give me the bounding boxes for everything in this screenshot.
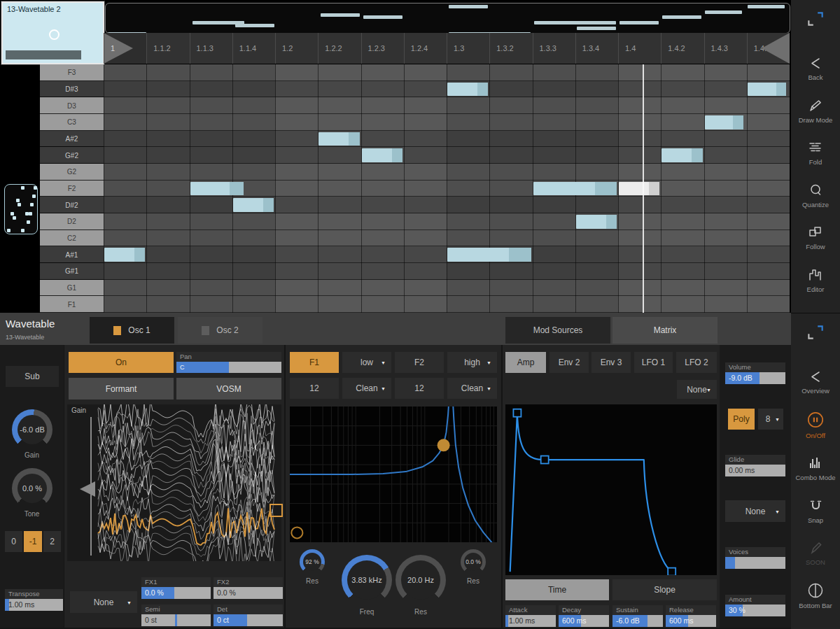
sidebar-item-combo-mode[interactable]: Combo Mode	[795, 454, 835, 481]
grid-row-A#2[interactable]	[104, 131, 790, 148]
sidebar-item-fold[interactable]: Fold	[806, 139, 825, 166]
amount-param[interactable]: Amount 30 %	[725, 595, 785, 616]
tab-env2[interactable]: Env 2	[550, 352, 589, 373]
env-mod-dropdown[interactable]: None ▼	[677, 380, 717, 399]
octave-button-minus1[interactable]: -1	[24, 531, 42, 552]
piano-key-G#1[interactable]: G#1	[40, 263, 104, 280]
wavetable-display[interactable]: Gain	[67, 404, 281, 561]
global-mod-dropdown[interactable]: None ▼	[725, 500, 785, 522]
sustain-slider[interactable]: -6.0 dB	[612, 615, 663, 627]
piano-key-D#3[interactable]: D#3	[40, 81, 104, 98]
grid-row-G2[interactable]	[104, 164, 790, 181]
piano-key-F3[interactable]: F3	[40, 64, 104, 81]
piano-key-A#2[interactable]: A#2	[40, 131, 104, 148]
sidebar-item-bottom-bar[interactable]: Bottom Bar	[799, 581, 832, 609]
poly-button[interactable]: Poly	[728, 409, 755, 430]
release-slider[interactable]: 600 ms	[666, 615, 716, 627]
voices-param[interactable]: Voices	[725, 547, 785, 569]
grid-row-F3[interactable]	[104, 64, 790, 81]
octave-button-0[interactable]: 0	[5, 531, 22, 552]
sub-button[interactable]: Sub	[6, 366, 59, 387]
ruler-cell-1.3.3[interactable]: 1.3.3	[533, 33, 575, 64]
ruler-cell-1.2.3[interactable]: 1.2.3	[361, 33, 404, 64]
volume-param[interactable]: Volume -9.0 dB	[725, 362, 785, 384]
glide-slider[interactable]: 0.00 ms	[725, 465, 785, 476]
res1-knob[interactable]: 92 %	[300, 549, 325, 574]
ruler-cell-1.1.2[interactable]: 1.1.2	[146, 33, 189, 64]
piano-key-G#2[interactable]: G#2	[40, 147, 104, 164]
det-param[interactable]: Det 0 ct	[214, 605, 283, 626]
pan-param[interactable]: Pan C	[176, 352, 281, 373]
sidebar-item-snap[interactable]: Snap	[806, 497, 825, 524]
sidebar-item-back[interactable]: Back	[806, 54, 825, 81]
grid-row-C3[interactable]	[104, 114, 790, 131]
grid-row-F1[interactable]	[104, 296, 790, 313]
expand-icon[interactable]	[805, 8, 826, 32]
grid-row-G#2[interactable]	[104, 147, 790, 164]
ruler-cell-1.2.4[interactable]: 1.2.4	[404, 33, 447, 64]
fx1-slider[interactable]: 0.0 %	[141, 587, 211, 599]
piano-key-F1[interactable]: F1	[40, 296, 104, 313]
sidebar-item-editor[interactable]: Editor	[806, 266, 825, 293]
res3-knob[interactable]: 0.0 %	[461, 549, 486, 574]
piano-key-D3[interactable]: D3	[40, 97, 104, 114]
fx1-param[interactable]: FX1 0.0 %	[141, 577, 211, 599]
piano-key-G1[interactable]: G1	[40, 280, 104, 297]
pan-slider[interactable]: C	[176, 362, 281, 373]
filter-display[interactable]	[290, 407, 497, 542]
slope-button[interactable]: Slope	[612, 579, 717, 600]
wavetable-position-arrow-icon[interactable]	[80, 481, 95, 497]
piano-key-C3[interactable]: C3	[40, 114, 104, 131]
sidebar-item-draw-mode[interactable]: Draw Mode	[799, 97, 833, 124]
tab-lfo2[interactable]: LFO 2	[676, 352, 717, 373]
ruler-cell-1.4[interactable]: 1.4	[618, 33, 661, 64]
formant-button[interactable]: Formant	[69, 378, 174, 400]
tab-osc-1[interactable]: Osc 1	[90, 317, 174, 344]
attack-param[interactable]: Attack 1.00 ms	[505, 605, 556, 627]
volume-slider[interactable]: -9.0 dB	[725, 372, 785, 384]
transpose-param[interactable]: Transpose 1.00 ms	[5, 589, 63, 611]
grid-row-D#3[interactable]	[104, 81, 790, 98]
release-param[interactable]: Release 600 ms	[666, 605, 716, 627]
sidebar-item-quantize[interactable]: Quantize	[802, 181, 829, 209]
decay-slider[interactable]: 600 ms	[559, 615, 609, 627]
sustain-param[interactable]: Sustain -6.0 dB	[612, 605, 663, 627]
grid-row-D#2[interactable]	[104, 197, 790, 213]
semi-param[interactable]: Semi 0 st	[141, 605, 211, 626]
mod-sources-button[interactable]: Mod Sources	[505, 317, 610, 344]
ruler-cell-1.2.2[interactable]: 1.2.2	[318, 33, 360, 64]
amount-slider[interactable]: 30 %	[725, 605, 785, 616]
tab-lfo1[interactable]: LFO 1	[634, 352, 673, 373]
sidebar-item-on-off[interactable]: On/Off	[805, 409, 826, 439]
piano-key-D2[interactable]: D2	[40, 213, 104, 230]
grid-row-C2[interactable]	[104, 230, 790, 247]
ruler-cell-1[interactable]: 1	[104, 33, 146, 64]
transpose-slider[interactable]: 1.00 ms	[5, 599, 63, 611]
grid-row-F2[interactable]	[104, 181, 790, 197]
piano-roll-grid[interactable]	[104, 64, 790, 313]
voices-slider[interactable]	[725, 557, 785, 569]
sidebar-item-follow[interactable]: Follow	[806, 223, 825, 250]
decay-param[interactable]: Decay 600 ms	[559, 605, 609, 627]
filter2-mode-dropdown[interactable]: Clean ▼	[447, 378, 497, 399]
gain-knob[interactable]: -6.0 dB	[12, 409, 52, 450]
res2-knob[interactable]: 20.0 Hz	[396, 555, 446, 605]
sidebar-item-soon[interactable]: SOON	[806, 539, 825, 566]
loop-end-marker[interactable]	[762, 33, 790, 64]
ruler-cell-1.3[interactable]: 1.3	[447, 33, 489, 64]
piano-key-D#2[interactable]: D#2	[40, 197, 104, 213]
octave-button-2[interactable]: 2	[43, 531, 61, 552]
expand-icon[interactable]	[805, 322, 826, 346]
grid-row-D3[interactable]	[104, 97, 790, 114]
filter2-type-dropdown[interactable]: high ▼	[447, 352, 497, 373]
ruler-cell-1.4.3[interactable]: 1.4.3	[704, 33, 747, 64]
grid-row-D2[interactable]	[104, 213, 790, 230]
grid-row-G1[interactable]	[104, 280, 790, 297]
ruler-cell-1.1.4[interactable]: 1.1.4	[232, 33, 275, 64]
piano-key-C2[interactable]: C2	[40, 230, 104, 247]
filter1-slope-button[interactable]: 12	[290, 378, 339, 399]
ruler-cell-1.2[interactable]: 1.2	[275, 33, 318, 64]
osc-on-button[interactable]: On	[69, 352, 174, 373]
filter1-type-dropdown[interactable]: low ▼	[342, 352, 391, 373]
clip-overview-strip[interactable]	[105, 3, 790, 34]
